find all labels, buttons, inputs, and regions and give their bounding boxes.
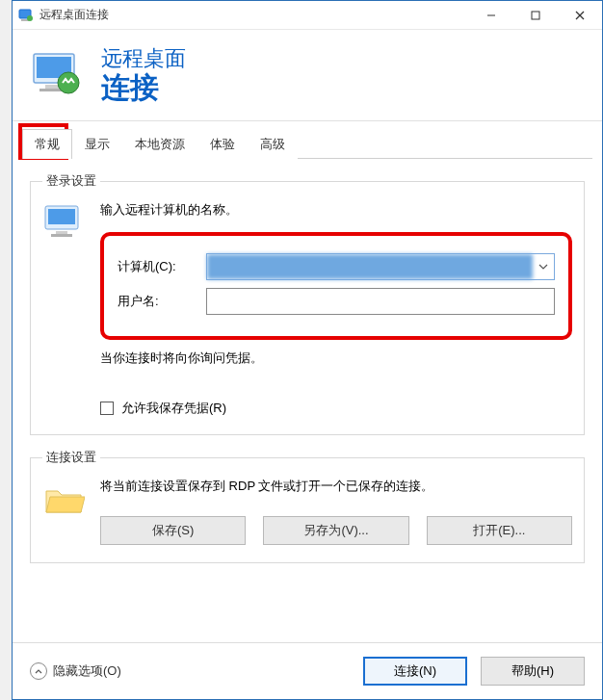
connection-buttons: 保存(S) 另存为(V)... 打开(E)... bbox=[100, 516, 572, 545]
save-as-button[interactable]: 另存为(V)... bbox=[263, 516, 408, 545]
minimize-button[interactable] bbox=[469, 1, 513, 30]
maximize-button[interactable] bbox=[513, 1, 558, 30]
svg-rect-15 bbox=[51, 234, 72, 237]
svg-point-2 bbox=[27, 15, 33, 21]
svg-rect-14 bbox=[56, 231, 67, 234]
hide-options-toggle[interactable]: 隐藏选项(O) bbox=[30, 662, 121, 680]
hide-options-label: 隐藏选项(O) bbox=[53, 662, 121, 680]
login-settings-legend: 登录设置 bbox=[42, 172, 100, 190]
monitor-icon bbox=[42, 203, 85, 242]
save-credentials-label: 允许我保存凭据(R) bbox=[121, 400, 226, 417]
tab-experience[interactable]: 体验 bbox=[197, 129, 248, 159]
header-line1: 远程桌面 bbox=[101, 47, 186, 70]
login-settings-group: 登录设置 输入远程计算机的名称。 计算机(C): bbox=[30, 172, 585, 435]
window-title: 远程桌面连接 bbox=[39, 7, 469, 23]
connect-button[interactable]: 连接(N) bbox=[363, 657, 467, 686]
tab-advanced[interactable]: 高级 bbox=[248, 129, 298, 159]
login-hint: 当你连接时将向你询问凭据。 bbox=[100, 350, 572, 367]
chevron-down-icon[interactable] bbox=[533, 264, 554, 270]
tabs: 常规 显示 本地资源 体验 高级 bbox=[22, 129, 592, 159]
tab-local-resources[interactable]: 本地资源 bbox=[122, 129, 197, 159]
computer-label: 计算机(C): bbox=[118, 258, 206, 275]
username-input[interactable] bbox=[206, 288, 555, 315]
username-field: 用户名: bbox=[118, 288, 555, 315]
computer-value bbox=[207, 254, 533, 279]
rdp-monitor-icon bbox=[30, 48, 84, 102]
connection-text: 将当前连接设置保存到 RDP 文件或打开一个已保存的连接。 bbox=[100, 478, 572, 495]
footer: 隐藏选项(O) 连接(N) 帮助(H) bbox=[13, 642, 602, 699]
header-text: 远程桌面 连接 bbox=[101, 47, 186, 102]
header-line2: 连接 bbox=[101, 71, 186, 103]
chevron-up-icon bbox=[30, 662, 47, 680]
app-icon bbox=[18, 8, 34, 23]
connection-settings-legend: 连接设置 bbox=[42, 449, 100, 466]
folder-icon bbox=[42, 481, 85, 520]
tabs-container: 常规 显示 本地资源 体验 高级 bbox=[13, 121, 602, 159]
tab-content: 登录设置 输入远程计算机的名称。 计算机(C): bbox=[13, 159, 602, 642]
computer-field: 计算机(C): bbox=[118, 253, 555, 280]
username-label: 用户名: bbox=[118, 293, 206, 310]
save-credentials-checkbox[interactable]: 允许我保存凭据(R) bbox=[100, 400, 572, 417]
login-intro: 输入远程计算机的名称。 bbox=[100, 201, 572, 219]
connection-settings-group: 连接设置 将当前连接设置保存到 RDP 文件或打开一个已保存的连接。 保存(S)… bbox=[30, 449, 585, 563]
header: 远程桌面 连接 bbox=[13, 30, 602, 121]
open-button[interactable]: 打开(E)... bbox=[427, 516, 572, 545]
tab-general[interactable]: 常规 bbox=[22, 129, 72, 159]
rdc-window: 远程桌面连接 远程桌面 连接 常规 显示 本地资源 bbox=[12, 0, 603, 700]
svg-rect-13 bbox=[48, 209, 75, 224]
titlebar: 远程桌面连接 bbox=[13, 1, 602, 30]
close-button[interactable] bbox=[558, 1, 602, 30]
svg-rect-4 bbox=[532, 12, 539, 19]
checkbox-icon bbox=[100, 402, 114, 415]
annotation-highlight-fields: 计算机(C): 用户名: bbox=[100, 232, 572, 340]
tab-display[interactable]: 显示 bbox=[72, 129, 122, 159]
computer-combobox[interactable] bbox=[206, 253, 555, 280]
help-button[interactable]: 帮助(H) bbox=[481, 657, 585, 686]
save-button[interactable]: 保存(S) bbox=[100, 516, 246, 545]
